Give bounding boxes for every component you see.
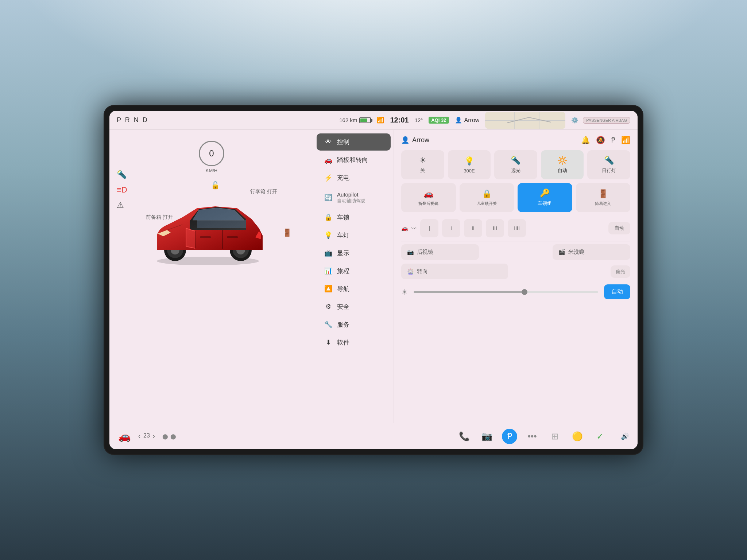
nav-right-arrow[interactable]: › [153,432,155,440]
warning-icon: ⚠ [117,201,127,210]
mini-map [485,112,565,129]
wiper-auto-btn[interactable]: 自动 [608,222,630,234]
aqi-badge: AQI 32 [429,117,449,124]
lights-icon: 💡 [324,231,333,239]
menu-item-safety[interactable]: ⚙ 安全 [317,298,391,315]
easy-entry-icon: 🚪 [598,189,608,199]
map-area[interactable] [485,112,565,129]
headlights-icon: 🔦 [117,170,127,179]
wiper-4-btn[interactable]: IIII [508,219,526,237]
fold-mirror-btn[interactable]: 🚗 折叠后视镜 [401,183,456,212]
lights-control-row: ☀ 关 💡 300E 🔦 远光 🔆 自动 [401,150,630,179]
header-icons: 🔔 🔕 Ᵽ 📶 [581,136,630,144]
wiper-2-btn[interactable]: II [464,219,482,237]
menu-item-lights[interactable]: 💡 车灯 [317,227,391,244]
bluetooth-icon[interactable]: Ᵽ [502,429,517,444]
brightness-thumb[interactable] [522,289,527,295]
phone-icon[interactable]: 📞 [457,429,472,444]
right-header: 👤 Arrow 🔔 🔕 Ᵽ 📶 [401,136,630,144]
user-icon: 👤 [455,117,462,124]
lock-control-row: 🚗 折叠后视镜 🔒 儿童锁开关 🔑 车锁组 🚪 简易进入 [401,183,630,212]
service-icon: 🔧 [324,320,333,328]
wiper-icon: 〰 [411,225,417,232]
menu-item-pedal[interactable]: 🚗 踏板和转向 [317,151,391,168]
speed-display: 0 KM/H [117,141,306,173]
front-trunk-label: 前备箱 打开 [146,214,173,220]
speedometer: 0 [199,141,224,166]
sun-icon: ☀ [419,156,426,165]
car-lock-btn[interactable]: 🔑 车锁组 [518,183,572,212]
status-bar: P R N D 162 km 📶 12:01 12° AQI 32 👤 Arro… [109,111,638,130]
auto-brightness-btn[interactable]: 自动 [604,284,630,299]
edge-icon: ≡D [117,185,127,195]
speed-unit: KM/H [206,168,218,173]
rear-camera-btn[interactable]: 📷 后视镜 [401,244,479,260]
menu-item-nav[interactable]: 🔼 导航 [317,280,391,298]
nav-left-arrow[interactable]: ‹ [138,432,140,440]
nav-icon: 🔼 [324,285,333,293]
main-content: 0 KM/H 🔦 ≡D ⚠ 行李箱 打开 前 [109,130,638,423]
wiper-off-btn[interactable]: | [420,219,438,237]
alarm-icon[interactable]: 🔔 [581,136,590,144]
child-lock-btn[interactable]: 🔒 儿童锁开关 [460,183,514,212]
lights-sun-btn[interactable]: ☀ 关 [401,150,444,179]
menu-item-service[interactable]: 🔧 服务 [317,316,391,333]
wiper-1-btn[interactable]: I [442,219,460,237]
bottom-bar: 🚗 ‹ 23 › ⬤ ⬤ 📞 📷 Ᵽ ••• ⊞ 🟡 ✓ 🔊 [109,423,638,449]
steering-btn[interactable]: 🎡 转向 [401,264,508,279]
bell-icon[interactable]: 🔕 [596,136,605,144]
volume-icon[interactable]: 🔊 [621,432,629,440]
bottom-car-icon[interactable]: 🚗 [118,430,131,442]
steering-sub-btn[interactable]: 偏光 [611,265,630,278]
brightness-low-icon: ☀ [401,288,408,296]
camera-control-row: 📷 后视镜 🎬 米洗唰 [401,244,630,260]
wifi-icon: 📶 [377,117,384,124]
display-icon: 📺 [324,249,333,257]
camera-bottom-icon[interactable]: 📷 [479,429,495,444]
tesla-screen: P R N D 162 km 📶 12:01 12° AQI 32 👤 Arro… [109,111,638,449]
menu-item-software[interactable]: ⬇ 软件 [317,334,391,351]
menu-item-charge[interactable]: ⚡ 充电 [317,169,391,186]
svg-rect-14 [227,236,238,238]
yellow-icon[interactable]: 🟡 [570,429,585,444]
fold-mirror-icon: 🚗 [423,189,433,199]
bottom-number: 23 [143,432,150,440]
left-panel: 0 KM/H 🔦 ≡D ⚠ 行李箱 打开 前 [109,130,314,423]
dot-icon-2: ⬤ [170,433,176,439]
lights-auto-btn[interactable]: 🔆 自动 [541,150,584,179]
left-status-icons: 🔦 ≡D ⚠ [117,170,127,210]
steering-control-row: 🎡 转向 偏光 [401,264,630,279]
user-name-top: Arrow [464,117,480,124]
svg-rect-13 [200,236,211,238]
more-icon[interactable]: ••• [525,429,540,444]
lights-auto-icon: 🔆 [557,156,567,165]
lights-far-btn[interactable]: 🔦 远光 [494,150,537,179]
divider-1 [401,216,630,216]
prnd-display: P R N D [117,116,148,124]
lights-drl-btn[interactable]: 🔦 日行灯 [587,150,630,179]
menu-item-autopilot[interactable]: 🔄 Autopilot 自动辅助驾驶 [317,187,391,208]
camera-icon-live: 🎬 [558,249,565,256]
bluetooth-header-icon[interactable]: Ᵽ [611,136,615,144]
menu-item-display[interactable]: 📺 显示 [317,245,391,262]
settings-icon[interactable]: ⚙️ [571,117,578,124]
check-icon[interactable]: ✓ [592,429,608,444]
battery-fill [360,118,367,122]
lights-300-btn[interactable]: 💡 300E [448,150,491,179]
menu-item-control[interactable]: 👁 控制 [317,133,391,151]
grid-icon[interactable]: ⊞ [547,429,562,444]
status-time: 12:01 [390,116,409,124]
menu-item-trip[interactable]: 📊 旅程 [317,262,391,280]
live-camera-btn[interactable]: 🎬 米洗唰 [553,244,630,260]
wiper-3-btn[interactable]: III [486,219,504,237]
airbag-badge: PASSENGER AIRBAG [583,117,630,124]
menu-item-lock[interactable]: 🔒 车锁 [317,209,391,226]
autopilot-icon: 🔄 [324,194,333,202]
dot-icon-1: ⬤ [162,433,168,439]
wiper-car-icon: 🚗 [401,225,408,232]
safety-icon: ⚙ [324,303,333,311]
easy-entry-btn[interactable]: 🚪 简易进入 [576,183,631,212]
trip-icon: 📊 [324,267,333,275]
brightness-slider[interactable] [414,291,598,293]
pedal-icon: 🚗 [324,156,333,164]
